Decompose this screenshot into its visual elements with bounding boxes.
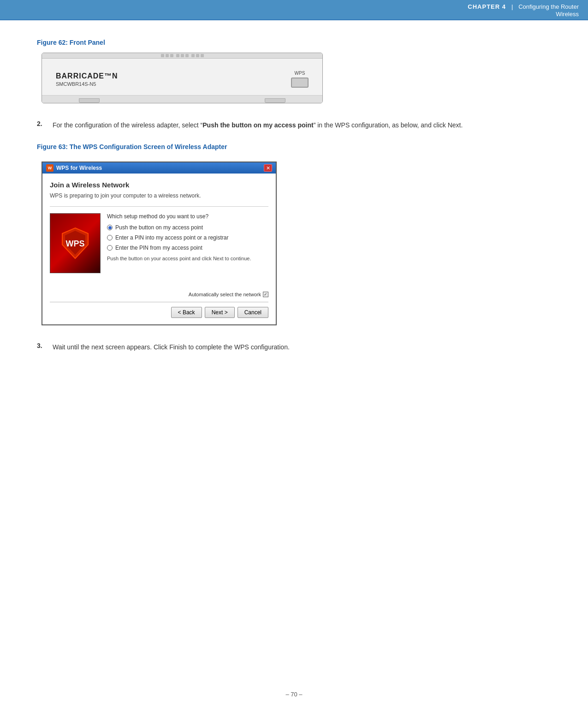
led-group-3	[191, 54, 204, 57]
brand-model: SMCWBR14S-N5	[56, 81, 118, 87]
figure63-label: Figure 63: The WPS Configuration Screen …	[37, 143, 551, 150]
page-number: – 70 –	[285, 691, 302, 698]
figure63-image: W WPS for Wireless ✕ Join a Wireless Net…	[42, 162, 551, 325]
step2-bold: Push the button on my access point	[202, 121, 313, 129]
wps-titlebar: W WPS for Wireless ✕	[42, 162, 276, 174]
header-chapter: Chapter 4	[468, 3, 506, 10]
header-title: Configuring the Router	[518, 3, 579, 10]
wps-window: W WPS for Wireless ✕ Join a Wireless Net…	[42, 162, 277, 325]
figure62-label: Figure 62: Front Panel	[37, 39, 551, 46]
wps-separator	[50, 206, 268, 207]
wps-body: Join a Wireless Network WPS is preparing…	[42, 174, 276, 287]
wps-option-2-label: Enter a PIN into my access point or a re…	[115, 234, 228, 241]
radio-button-2[interactable]	[107, 235, 113, 240]
wps-titlebar-icon: W	[46, 164, 53, 172]
router-bottom	[42, 96, 322, 103]
wps-dialog-buttons: < Back Next > Cancel	[50, 307, 268, 318]
led-dot	[185, 54, 189, 57]
wps-shield-icon: WPS	[61, 227, 89, 259]
step2-number: 2.	[37, 120, 46, 130]
wps-label: WPS	[295, 71, 305, 76]
wps-logo-box: WPS	[50, 213, 101, 273]
wps-section: WPS	[291, 71, 309, 88]
svg-text:WPS: WPS	[65, 239, 84, 248]
wps-titlebar-text: WPS for Wireless	[56, 165, 102, 171]
wps-footer: Automatically select the network ✓ < Bac…	[42, 287, 276, 324]
cancel-button[interactable]: Cancel	[238, 307, 268, 318]
router-top-strip	[42, 53, 322, 59]
wps-close-button[interactable]: ✕	[264, 164, 272, 172]
wps-info-text: Push the button on your access point and…	[107, 256, 268, 261]
header-right: Chapter 4 | Configuring the Router Wirel…	[468, 3, 579, 18]
wps-option-3-label: Enter the PIN from my access point	[115, 245, 202, 251]
wps-option-2[interactable]: Enter a PIN into my access point or a re…	[107, 234, 268, 241]
wps-option-1-label: Push the button on my access point	[115, 224, 203, 231]
led-group-2	[176, 54, 189, 57]
led-dot	[166, 54, 169, 57]
wps-footer-separator	[50, 302, 268, 302]
wps-option-1[interactable]: Push the button on my access point	[107, 224, 268, 231]
wps-question: Which setup method do you want to use?	[107, 213, 268, 220]
router-foot-left	[79, 98, 100, 103]
wps-footer-top: Automatically select the network ✓	[50, 292, 268, 297]
led-group-1	[161, 54, 173, 57]
wps-button-hw	[291, 78, 309, 88]
step2-content: For the configuration of the wireless ad…	[53, 120, 551, 130]
wps-main-area: WPS Which setup method do you want to us…	[50, 213, 268, 273]
wps-options: Which setup method do you want to use? P…	[107, 213, 268, 273]
router-foot-right	[265, 98, 285, 103]
led-dot	[170, 54, 173, 57]
router-outer: BARRICADE™N SMCWBR14S-N5 WPS	[42, 53, 323, 103]
wps-heading: Join a Wireless Network	[50, 181, 268, 189]
main-content: Figure 62: Front Panel	[0, 20, 588, 393]
led-dot	[196, 54, 199, 57]
next-button[interactable]: Next >	[205, 307, 235, 318]
wps-titlebar-left: W WPS for Wireless	[46, 164, 102, 172]
step2-text-after: ” in the WPS configuration, as below, an…	[314, 121, 463, 129]
back-button[interactable]: < Back	[171, 307, 202, 318]
step2-text-before: For the configuration of the wireless ad…	[53, 121, 202, 129]
figure62-image: BARRICADE™N SMCWBR14S-N5 WPS	[42, 53, 551, 103]
brand-name: BARRICADE™N	[56, 72, 118, 80]
radio-button-1[interactable]	[107, 225, 113, 230]
step-2: 2. For the configuration of the wireless…	[37, 120, 551, 130]
auto-select: Automatically select the network ✓	[189, 292, 268, 297]
step-3: 3. Wait until the next screen appears. C…	[37, 342, 551, 352]
auto-select-label: Automatically select the network	[189, 292, 261, 297]
header-divider: |	[511, 3, 513, 10]
router-brand: BARRICADE™N SMCWBR14S-N5	[56, 72, 118, 87]
page-footer: – 70 –	[0, 691, 588, 698]
wps-subtext: WPS is preparing to join your computer t…	[50, 192, 268, 199]
led-dot	[161, 54, 164, 57]
step3-number: 3.	[37, 342, 46, 352]
header-subtitle: Wireless	[468, 11, 579, 18]
page-header: Chapter 4 | Configuring the Router Wirel…	[0, 0, 588, 20]
led-dot	[176, 54, 179, 57]
led-dot	[191, 54, 195, 57]
wps-option-3[interactable]: Enter the PIN from my access point	[107, 245, 268, 251]
radio-button-3[interactable]	[107, 245, 113, 251]
led-dot	[181, 54, 184, 57]
led-dot	[201, 54, 204, 57]
router-middle: BARRICADE™N SMCWBR14S-N5 WPS	[42, 59, 322, 96]
step3-content: Wait until the next screen appears. Clic…	[53, 342, 551, 352]
auto-select-checkbox[interactable]: ✓	[263, 292, 268, 297]
